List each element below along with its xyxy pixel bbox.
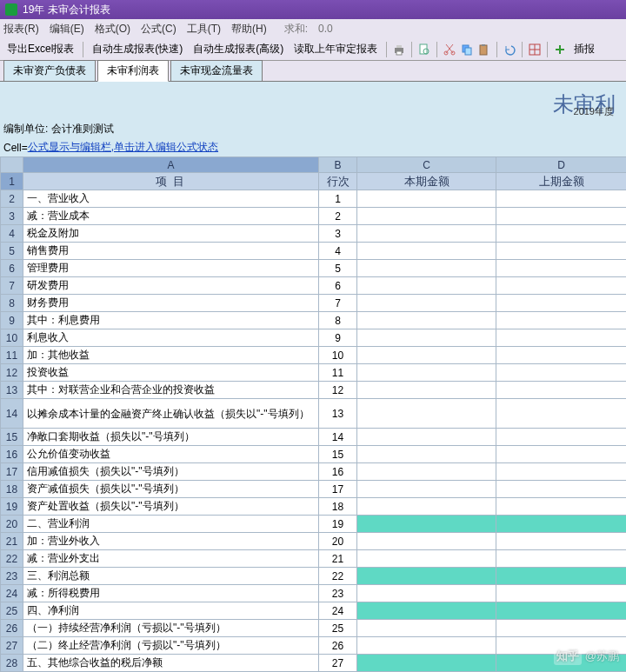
row-header[interactable]: 25	[1, 602, 23, 620]
cell-current[interactable]	[357, 463, 496, 481]
cell-current[interactable]	[357, 429, 496, 446]
row-header[interactable]: 12	[1, 364, 23, 382]
cell-current[interactable]	[357, 446, 496, 463]
cell-prior[interactable]	[496, 568, 627, 585]
cell-item[interactable]: 资产减值损失（损失以"-"号填列）	[23, 481, 319, 498]
cell-item[interactable]: 二、营业利润	[23, 516, 319, 533]
cell-prior[interactable]	[496, 399, 627, 429]
cell-prior[interactable]	[496, 277, 627, 295]
autogen-fast-button[interactable]: 自动生成报表(快速)	[89, 40, 186, 58]
row-header[interactable]: 6	[1, 260, 23, 277]
cell-item[interactable]: 财务费用	[23, 295, 319, 312]
row-header[interactable]: 8	[1, 295, 23, 312]
cell-current[interactable]	[357, 277, 496, 295]
cell-item[interactable]: 减：所得税费用	[23, 585, 319, 602]
cell-current[interactable]	[357, 655, 496, 672]
cell-current[interactable]	[357, 225, 496, 243]
read-prev-button[interactable]: 读取上年审定报表	[290, 40, 381, 58]
cell-current[interactable]	[357, 550, 496, 568]
cell-prior[interactable]	[496, 295, 627, 312]
undo-icon[interactable]	[503, 43, 516, 57]
cell-line[interactable]: 10	[319, 347, 357, 364]
cell-current[interactable]	[357, 208, 496, 225]
cell-line[interactable]: 11	[319, 364, 357, 382]
preview-icon[interactable]	[417, 43, 431, 57]
cell-current[interactable]	[357, 481, 496, 498]
cell-line[interactable]: 22	[319, 568, 357, 585]
row-header[interactable]: 3	[1, 208, 23, 225]
row-header[interactable]: 5	[1, 243, 23, 260]
cell-prior[interactable]	[496, 516, 627, 533]
row-header[interactable]: 19	[1, 498, 23, 516]
row-header[interactable]: 14	[1, 399, 23, 429]
cell-line[interactable]: 25	[319, 620, 357, 637]
cell-current[interactable]	[357, 498, 496, 516]
menu-formula[interactable]: 公式(C)	[141, 22, 176, 37]
plus-icon[interactable]	[553, 43, 567, 57]
cell-line[interactable]: 15	[319, 446, 357, 463]
cell-line[interactable]: 19	[319, 516, 357, 533]
cell-current[interactable]	[357, 329, 496, 347]
row-header[interactable]: 4	[1, 225, 23, 243]
cell-prior[interactable]	[496, 382, 627, 399]
col-header-b[interactable]: B	[319, 157, 357, 173]
cell-line[interactable]: 13	[319, 399, 357, 429]
cell-line[interactable]: 3	[319, 225, 357, 243]
menu-format[interactable]: 格式(O)	[95, 22, 130, 37]
row-header[interactable]: 23	[1, 568, 23, 585]
cell-item[interactable]: 销售费用	[23, 243, 319, 260]
formula-text[interactable]: 公式显示与编辑栏,单击进入编辑公式状态	[28, 140, 218, 155]
cell-item[interactable]: 三、利润总额	[23, 568, 319, 585]
spreadsheet-grid[interactable]: A B C D 1 项 目 行次 本期金额 上期金额 2一、营业收入13 减：营…	[0, 156, 626, 672]
cell-line[interactable]: 2	[319, 208, 357, 225]
row-header[interactable]: 11	[1, 347, 23, 364]
menu-report[interactable]: 报表(R)	[3, 22, 39, 37]
cell-item[interactable]: 投资收益	[23, 364, 319, 382]
col-header-c[interactable]: C	[357, 157, 496, 173]
cell-prior[interactable]	[496, 329, 627, 347]
cell-line[interactable]: 26	[319, 637, 357, 655]
cell-prior[interactable]	[496, 243, 627, 260]
cell-current[interactable]	[357, 602, 496, 620]
cell-line[interactable]: 6	[319, 277, 357, 295]
row-header[interactable]: 21	[1, 533, 23, 550]
cell-item[interactable]: 研发费用	[23, 277, 319, 295]
cell-line[interactable]: 14	[319, 429, 357, 446]
cell-prior[interactable]	[496, 446, 627, 463]
cell-prior[interactable]	[496, 498, 627, 516]
corner-cell[interactable]	[1, 157, 23, 173]
cell-prior[interactable]	[496, 602, 627, 620]
cell-line[interactable]: 5	[319, 260, 357, 277]
row-header[interactable]: 13	[1, 382, 23, 399]
cell-line[interactable]: 20	[319, 533, 357, 550]
cell-prior[interactable]	[496, 208, 627, 225]
cell-current[interactable]	[357, 260, 496, 277]
row-header[interactable]: 22	[1, 550, 23, 568]
cell-item[interactable]: 减：营业成本	[23, 208, 319, 225]
cell-line[interactable]: 23	[319, 585, 357, 602]
col-header-d[interactable]: D	[496, 157, 627, 173]
cell-prior[interactable]	[496, 463, 627, 481]
cell-line[interactable]: 27	[319, 655, 357, 672]
header-line[interactable]: 行次	[319, 173, 357, 190]
menu-tools[interactable]: 工具(T)	[187, 22, 221, 37]
menu-edit[interactable]: 编辑(E)	[50, 22, 84, 37]
cell-item[interactable]: 一、营业收入	[23, 190, 319, 208]
cell-item[interactable]: 净敞口套期收益（损失以"-"号填列）	[23, 429, 319, 446]
cell-item[interactable]: 利息收入	[23, 329, 319, 347]
cell-item[interactable]: 信用减值损失（损失以"-"号填列）	[23, 463, 319, 481]
row-header[interactable]: 7	[1, 277, 23, 295]
header-item[interactable]: 项 目	[23, 173, 319, 190]
cell-line[interactable]: 7	[319, 295, 357, 312]
cell-prior[interactable]	[496, 481, 627, 498]
autogen-adv-button[interactable]: 自动生成报表(高级)	[190, 40, 287, 58]
row-header[interactable]: 17	[1, 463, 23, 481]
cell-item[interactable]: （二）终止经营净利润（亏损以"-"号填列）	[23, 637, 319, 655]
cell-prior[interactable]	[496, 364, 627, 382]
cell-line[interactable]: 18	[319, 498, 357, 516]
cell-line[interactable]: 9	[319, 329, 357, 347]
print-icon[interactable]	[392, 43, 406, 57]
cell-prior[interactable]	[496, 550, 627, 568]
paste-icon[interactable]	[477, 43, 491, 57]
row-header[interactable]: 16	[1, 446, 23, 463]
